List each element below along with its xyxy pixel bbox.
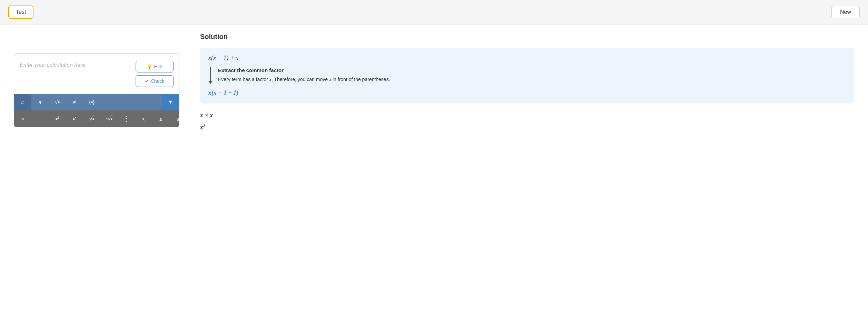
new-button[interactable]: New bbox=[831, 6, 860, 18]
main-content: Enter your calculation here Hint Check ⌂… bbox=[0, 25, 868, 139]
greater-equal-button[interactable]: ≥ bbox=[169, 110, 187, 127]
check-label: Check bbox=[151, 78, 165, 84]
header: Test New bbox=[0, 0, 868, 25]
arrow-line bbox=[210, 67, 211, 81]
divide-button[interactable]: ÷ bbox=[31, 110, 49, 127]
not-equal-button[interactable]: ≠ bbox=[66, 94, 83, 110]
braces-button[interactable]: {▪} bbox=[83, 94, 100, 110]
multiply-button[interactable]: × bbox=[14, 110, 31, 127]
square-button[interactable]: ▪2 bbox=[49, 110, 66, 127]
pi-button[interactable]: π bbox=[31, 94, 49, 110]
solution-expr-top: x(x − 1) + x bbox=[208, 55, 846, 62]
check-button[interactable]: Check bbox=[136, 75, 174, 87]
fourth-root-button[interactable]: 4√▪ bbox=[100, 110, 118, 127]
solution-box: x(x − 1) + x Extract the common factor E… bbox=[200, 48, 854, 104]
home-button[interactable]: ⌂ bbox=[14, 94, 31, 110]
solution-result: x(x − 1 + 1) bbox=[208, 89, 846, 97]
superscript-button[interactable]: ▪▪ bbox=[66, 110, 83, 127]
step-content: Extract the common factor Every term has… bbox=[218, 67, 846, 84]
check-icon bbox=[145, 78, 149, 84]
fraction-button[interactable]: ▪▪ bbox=[118, 110, 135, 127]
sqrt2-button[interactable]: √▪ bbox=[83, 110, 100, 127]
solution-title: Solution bbox=[200, 33, 854, 41]
solution-step2: x × x bbox=[200, 112, 854, 119]
toolbar-row1: ⌂ π √▪ ≠ {▪} ▼ bbox=[14, 94, 179, 110]
solution-panel: Solution x(x − 1) + x Extract the common… bbox=[200, 33, 854, 131]
sqrt-button[interactable]: √▪ bbox=[49, 94, 66, 110]
lightbulb-icon bbox=[147, 64, 152, 69]
calculator-panel: Enter your calculation here Hint Check ⌂… bbox=[14, 53, 179, 127]
solution-step: Extract the common factor Every term has… bbox=[208, 67, 846, 84]
toolbar-row2: × ÷ ▪2 ▪▪ √▪ 4√▪ ▪▪ < ≤ ≥ > bbox=[14, 110, 179, 127]
calc-placeholder: Enter your calculation here bbox=[20, 61, 85, 68]
calc-input-area: Enter your calculation here Hint Check bbox=[14, 53, 179, 94]
hint-label: Hint bbox=[154, 64, 163, 69]
step-text: Every term has a factor x. Therefore, yo… bbox=[218, 76, 846, 83]
solution-step3: x2 bbox=[200, 123, 854, 131]
step-arrow bbox=[208, 67, 213, 84]
less-than-button[interactable]: < bbox=[135, 110, 152, 127]
hint-button[interactable]: Hint bbox=[136, 61, 174, 72]
less-equal-button[interactable]: ≤ bbox=[152, 110, 169, 127]
calc-side-buttons: Hint Check bbox=[136, 61, 174, 87]
test-button[interactable]: Test bbox=[8, 6, 33, 19]
step-heading: Extract the common factor bbox=[218, 67, 846, 73]
arrow-head bbox=[208, 81, 213, 84]
dropdown-button[interactable]: ▼ bbox=[162, 94, 179, 110]
